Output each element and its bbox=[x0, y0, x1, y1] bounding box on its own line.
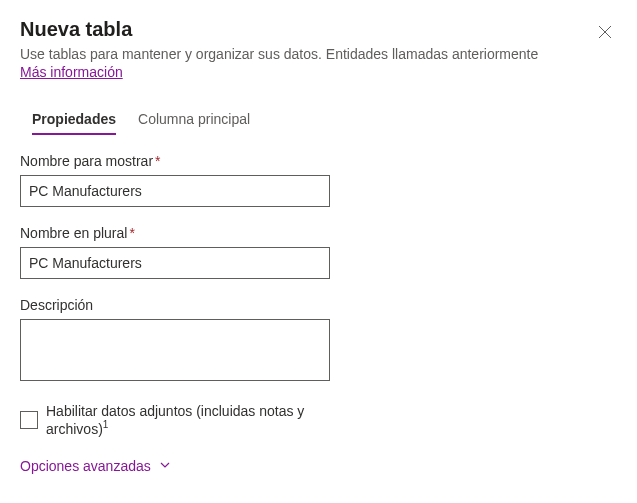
attachments-footnote: 1 bbox=[103, 419, 109, 430]
panel-title: Nueva tabla bbox=[20, 18, 617, 41]
chevron-down-icon bbox=[159, 458, 171, 474]
tab-primary-column[interactable]: Columna principal bbox=[138, 105, 250, 135]
plural-name-label: Nombre en plural* bbox=[20, 225, 330, 241]
tab-properties[interactable]: Propiedades bbox=[32, 105, 116, 135]
plural-name-input[interactable] bbox=[20, 247, 330, 279]
display-name-input[interactable] bbox=[20, 175, 330, 207]
required-marker: * bbox=[155, 153, 160, 169]
attachments-checkbox[interactable] bbox=[20, 411, 38, 429]
description-input[interactable] bbox=[20, 319, 330, 381]
attachments-label: Habilitar datos adjuntos (incluidas nota… bbox=[46, 403, 330, 437]
required-marker: * bbox=[129, 225, 134, 241]
display-name-label-text: Nombre para mostrar bbox=[20, 153, 153, 169]
panel-subtitle: Use tablas para mantener y organizar sus… bbox=[20, 45, 617, 63]
advanced-options-label: Opciones avanzadas bbox=[20, 458, 151, 474]
description-label: Descripción bbox=[20, 297, 330, 313]
tab-bar: Propiedades Columna principal bbox=[20, 105, 617, 135]
attachments-label-text: Habilitar datos adjuntos (incluidas nota… bbox=[46, 403, 304, 437]
more-info-link[interactable]: Más información bbox=[20, 64, 123, 80]
plural-name-label-text: Nombre en plural bbox=[20, 225, 127, 241]
close-button[interactable] bbox=[593, 20, 617, 44]
close-icon bbox=[598, 25, 612, 39]
advanced-options-toggle[interactable]: Opciones avanzadas bbox=[20, 458, 171, 474]
display-name-label: Nombre para mostrar* bbox=[20, 153, 330, 169]
